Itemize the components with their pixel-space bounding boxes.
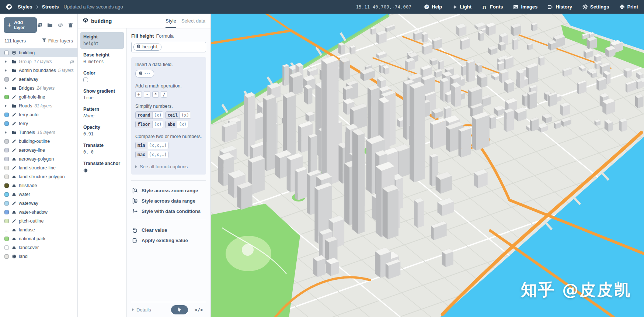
style-across-zoom-range-button[interactable]: Style across zoom range: [132, 188, 205, 193]
layer-row-admin-boundaries[interactable]: Admin boundaries5 layers: [0, 66, 77, 75]
tab-style[interactable]: Style: [166, 14, 176, 28]
layer-row-aeroway-line[interactable]: aeroway-line: [0, 146, 77, 155]
layer-row-water[interactable]: water: [0, 190, 77, 199]
layer-row-group[interactable]: Group17 layers: [0, 57, 77, 66]
expand-caret-icon[interactable]: [4, 87, 9, 90]
expand-caret-icon[interactable]: [4, 104, 9, 107]
property-pattern[interactable]: PatternNone: [80, 104, 124, 121]
property-label: Opacity: [83, 125, 121, 130]
layer-row-pitch-outline[interactable]: pitch-outline: [0, 217, 77, 225]
fill-icon: [12, 237, 16, 241]
layer-row-roads[interactable]: Roads31 layers: [0, 101, 77, 110]
topbar-print-button[interactable]: Print: [619, 4, 638, 10]
insert-data-field-button[interactable]: ···: [135, 70, 154, 77]
math-op-button[interactable]: *: [152, 91, 159, 98]
duplicate-layer-button[interactable]: [37, 23, 42, 28]
breadcrumb-style-name[interactable]: Streets: [42, 4, 59, 10]
topbar-fonts-button[interactable]: TtFonts: [482, 4, 503, 10]
layer-row-landcover[interactable]: landcover: [0, 243, 77, 252]
map-viewport[interactable]: 知乎 @皮皮凯: [211, 14, 644, 317]
property-base-height[interactable]: Base height0 meters: [80, 50, 124, 67]
apply-existing-value-button[interactable]: Apply existing value: [132, 238, 205, 243]
group-layers-button[interactable]: [47, 23, 53, 28]
code-view-toggle[interactable]: </>: [194, 306, 204, 313]
property-translate-anchor[interactable]: Translate anchor: [80, 159, 124, 176]
panel-footer: Details </>: [131, 302, 206, 317]
add-layer-button[interactable]: + Add layer: [4, 17, 37, 33]
layer-count: 31 layers: [34, 103, 52, 108]
color-swatch: [4, 77, 9, 82]
mapbox-logo-icon[interactable]: [6, 4, 12, 10]
divider: [131, 180, 206, 181]
layer-row-tunnels[interactable]: Tunnels15 layers: [0, 128, 77, 137]
ceil-function-button[interactable]: ceil(x): [165, 111, 191, 119]
delete-layer-button[interactable]: [68, 23, 73, 28]
topbar-history-button[interactable]: History: [548, 4, 572, 10]
simplify-functions: round(x)ceil(x)floor(x)abs(x): [135, 111, 202, 128]
map-canvas[interactable]: [211, 14, 644, 317]
field-mode[interactable]: Formula: [156, 33, 174, 39]
layer-row-aerialway[interactable]: aerialway: [0, 75, 77, 84]
layer-row-aeroway-polygon[interactable]: aeroway-polygon: [0, 155, 77, 163]
layer-row-ferry-auto[interactable]: ferry-auto: [0, 110, 77, 119]
max-function-button[interactable]: max(x,x,…): [135, 151, 168, 158]
height-data-token[interactable]: height: [133, 44, 161, 51]
math-op-button[interactable]: /: [161, 91, 167, 98]
layer-row-ferry[interactable]: ferry: [0, 119, 77, 128]
math-op-button[interactable]: +: [135, 91, 142, 98]
layer-count: 111 layers: [4, 38, 26, 44]
layer-row-landuse[interactable]: …landuse: [0, 225, 77, 234]
tab-select-data[interactable]: Select data: [181, 14, 205, 28]
round-function-button[interactable]: round(x): [135, 111, 163, 119]
floor-function-button[interactable]: floor(x): [135, 121, 163, 128]
topbar-images-button[interactable]: Images: [513, 4, 537, 10]
visibility-off-icon[interactable]: [69, 59, 74, 64]
property-opacity[interactable]: Opacity0.91: [80, 123, 124, 139]
layer-row-national-park[interactable]: national-park: [0, 234, 77, 243]
topbar-settings-button[interactable]: Settings: [582, 4, 609, 10]
property-show-gradient[interactable]: Show gradientTrue: [80, 86, 124, 103]
formula-value-input[interactable]: height: [131, 42, 206, 52]
style-with-data-conditions-button[interactable]: Style with data conditions: [132, 209, 205, 214]
see-all-formula-options[interactable]: See all formula options: [135, 164, 202, 169]
layer-row-hillshade[interactable]: hillshade: [0, 181, 77, 190]
color-value-swatch[interactable]: [83, 77, 88, 82]
cursor-mode-toggle[interactable]: [171, 305, 188, 314]
expand-caret-icon[interactable]: [4, 60, 9, 63]
layer-row-building[interactable]: building: [0, 48, 77, 57]
layer-row-land-structure-polygon[interactable]: land-structure-polygon: [0, 172, 77, 181]
layer-row-golf-hole-line[interactable]: golf-hole-line: [0, 93, 77, 101]
clear-value-button[interactable]: Clear value: [132, 227, 205, 233]
topbar-help-button[interactable]: ?Help: [424, 4, 442, 10]
expand-caret-icon[interactable]: [4, 69, 9, 72]
property-color[interactable]: Color: [80, 68, 124, 85]
layer-name: national-park: [19, 236, 45, 241]
svg-text:?: ?: [426, 5, 428, 9]
layer-row-building-outline[interactable]: building-outline: [0, 137, 77, 146]
layer-row-waterway[interactable]: waterway: [0, 199, 77, 208]
expand-caret-icon[interactable]: [4, 131, 9, 134]
breadcrumb-styles[interactable]: Styles: [18, 4, 32, 10]
fill-icon: [12, 228, 16, 232]
help-icon: ?: [424, 4, 429, 10]
style-across-data-range-button[interactable]: Style across data range: [132, 198, 205, 204]
map-coordinates: 15.11 40.709,-74.007: [356, 4, 412, 10]
property-height[interactable]: Heightheight: [80, 32, 124, 49]
topbar-light-button[interactable]: Light: [452, 4, 471, 10]
details-toggle[interactable]: Details: [132, 307, 151, 313]
filter-layers-button[interactable]: Filter layers: [42, 38, 73, 44]
layer-row-land[interactable]: land: [0, 252, 77, 261]
abs-function-button[interactable]: abs(x): [165, 121, 188, 128]
property-translate[interactable]: Translate0, 0: [80, 141, 124, 157]
layer-name: pitch-outline: [19, 218, 43, 224]
layer-name: Admin boundaries: [19, 68, 56, 73]
layer-row-water-shadow[interactable]: water-shadow: [0, 208, 77, 217]
topbar-print-label: Print: [627, 4, 638, 10]
math-op-button[interactable]: -: [144, 91, 150, 98]
layer-row-land-structure-line[interactable]: land-structure-line: [0, 163, 77, 172]
toggle-visibility-button[interactable]: [58, 23, 63, 28]
style-action-links: Style across zoom rangeStyle across data…: [131, 183, 206, 214]
layer-checkbox[interactable]: [4, 51, 9, 55]
min-function-button[interactable]: min(x,x,…): [135, 142, 168, 149]
layer-row-bridges[interactable]: Bridges24 layers: [0, 84, 77, 93]
